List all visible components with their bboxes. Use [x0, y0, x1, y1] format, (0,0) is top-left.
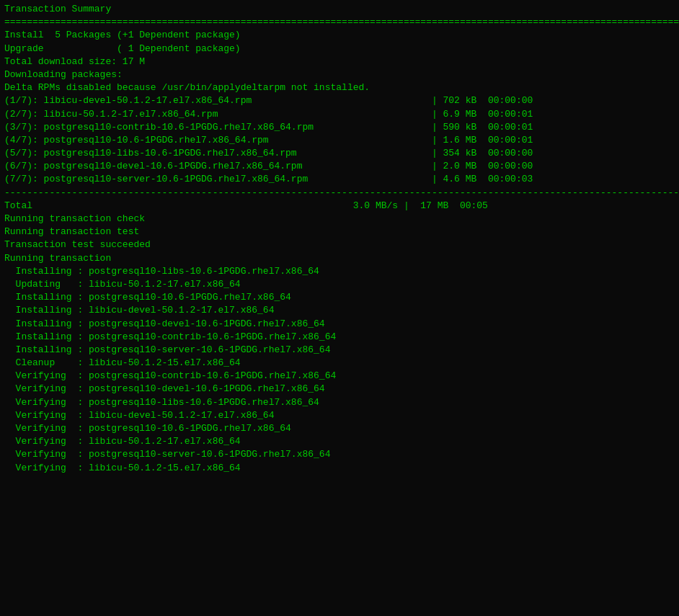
terminal-line: Installing : postgresql10-10.6-1PGDG.rhe…	[4, 291, 675, 304]
terminal-line: ========================================…	[4, 16, 675, 29]
terminal-line: (5/7): postgresql10-libs-10.6-1PGDG.rhel…	[4, 147, 675, 160]
terminal-line: Cleanup : libicu-50.1.2-15.el7.x86_64 8/…	[4, 357, 675, 370]
terminal-line: Running transaction check	[4, 213, 675, 226]
terminal-line: Transaction test succeeded	[4, 238, 675, 251]
terminal-line: Total download size: 17 M	[4, 55, 675, 68]
terminal-line: Installing : postgresql10-contrib-10.6-1…	[4, 331, 675, 344]
terminal-line: (6/7): postgresql10-devel-10.6-1PGDG.rhe…	[4, 160, 675, 173]
terminal-line: Running transaction	[4, 252, 675, 265]
terminal-output: Transaction Summary=====================…	[4, 3, 675, 475]
terminal-line: (7/7): postgresql10-server-10.6-1PGDG.rh…	[4, 173, 675, 186]
terminal-line: Verifying : postgresql10-10.6-1PGDG.rhel…	[4, 422, 675, 435]
terminal-line: Delta RPMs disabled because /usr/bin/app…	[4, 81, 675, 94]
terminal-line: Verifying : postgresql10-devel-10.6-1PGD…	[4, 383, 675, 396]
terminal-line: Verifying : postgresql10-contrib-10.6-1P…	[4, 370, 675, 383]
terminal-line: (3/7): postgresql10-contrib-10.6-1PGDG.r…	[4, 121, 675, 134]
terminal-line: ----------------------------------------…	[4, 187, 675, 200]
terminal-line: Updating : libicu-50.1.2-17.el7.x86_64 2…	[4, 278, 675, 291]
terminal-line: Install 5 Packages (+1 Dependent package…	[4, 29, 675, 42]
terminal-line: (1/7): libicu-devel-50.1.2-17.el7.x86_64…	[4, 94, 675, 107]
terminal-line: Installing : postgresql10-libs-10.6-1PGD…	[4, 265, 675, 278]
terminal-line: Running transaction test	[4, 226, 675, 238]
terminal-line: Verifying : libicu-50.1.2-17.el7.x86_64 …	[4, 435, 675, 448]
terminal-line: (2/7): libicu-50.1.2-17.el7.x86_64.rpm |…	[4, 108, 675, 121]
terminal-line: Installing : libicu-devel-50.1.2-17.el7.…	[4, 304, 675, 317]
terminal-line: Transaction Summary	[4, 3, 675, 16]
terminal-line: Verifying : postgresql10-server-10.6-1PG…	[4, 448, 675, 461]
terminal-line: Installing : postgresql10-server-10.6-1P…	[4, 344, 675, 357]
terminal-line: Installing : postgresql10-devel-10.6-1PG…	[4, 318, 675, 331]
terminal-line: Verifying : libicu-50.1.2-15.el7.x86_64 …	[4, 462, 675, 475]
terminal-line: Verifying : libicu-devel-50.1.2-17.el7.x…	[4, 409, 675, 422]
terminal-line: Downloading packages:	[4, 68, 675, 81]
terminal-line: Total 3.0 MB/s | 17 MB 00:05	[4, 200, 675, 213]
terminal-line: Verifying : postgresql10-libs-10.6-1PGDG…	[4, 396, 675, 409]
terminal-line: Upgrade ( 1 Dependent package)	[4, 43, 675, 55]
terminal-line: (4/7): postgresql10-10.6-1PGDG.rhel7.x86…	[4, 134, 675, 147]
